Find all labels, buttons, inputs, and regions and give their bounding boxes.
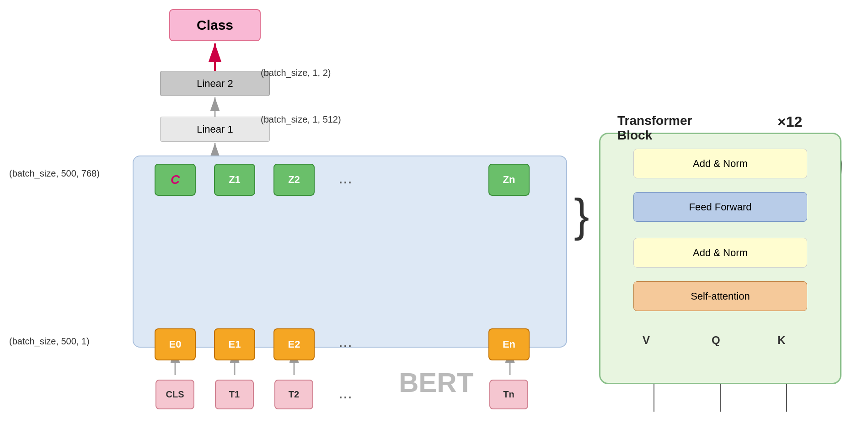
token-cls-box: CLS [155, 380, 194, 409]
q-label: Q [712, 334, 720, 347]
tn-label: Tn [503, 389, 514, 400]
output-c-box: C [155, 164, 196, 196]
e0-label: E0 [169, 338, 182, 350]
dim-token: (batch_size, 500, 1) [9, 336, 90, 347]
times-label: ×12 [777, 113, 802, 130]
t2-label: T2 [289, 389, 299, 400]
linear1-label: Linear 1 [197, 123, 233, 135]
output-z2-box: Z2 [273, 164, 315, 196]
tf-self-attention-label: Self-attention [691, 290, 750, 302]
embed-e1-box: E1 [214, 328, 255, 360]
tf-add-norm-bottom: Add & Norm [633, 238, 807, 268]
z1-label: Z1 [229, 174, 241, 186]
linear2-label: Linear 2 [197, 78, 233, 90]
tf-feed-forward: Feed Forward [633, 192, 807, 222]
embed-dots: ... [338, 332, 352, 351]
token-t2-box: T2 [274, 380, 313, 409]
output-dots: ... [338, 168, 352, 188]
z2-label: Z2 [288, 174, 300, 186]
tf-add-norm-top: Add & Norm [633, 149, 807, 178]
linear1-box: Linear 1 [160, 117, 270, 142]
dim-embed: (batch_size, 500, 768) [9, 168, 100, 179]
cls-label: CLS [166, 389, 184, 400]
embed-e0-box: E0 [155, 328, 196, 360]
tf-add-norm-top-label: Add & Norm [693, 158, 748, 170]
e2-label: E2 [288, 338, 300, 350]
dim-top: (batch_size, 1, 2) [261, 68, 331, 78]
output-zn-box: Zn [488, 164, 530, 196]
dim-middle: (batch_size, 1, 512) [261, 114, 341, 125]
c-label: C [171, 172, 180, 187]
token-tn-box: Tn [489, 380, 528, 409]
tf-self-attention: Self-attention [633, 281, 807, 311]
k-label: K [777, 334, 785, 347]
t1-label: T1 [229, 389, 240, 400]
embed-e2-box: E2 [273, 328, 315, 360]
e1-label: E1 [229, 338, 241, 350]
zn-label: Zn [503, 174, 515, 186]
v-label: V [643, 334, 650, 347]
class-box: Class [169, 9, 261, 41]
token-dots: ... [338, 383, 352, 402]
tf-add-norm-bottom-label: Add & Norm [693, 247, 748, 259]
brace: } [574, 192, 589, 238]
diagram-container: Class Linear 2 Linear 1 (batch_size, 1, … [0, 0, 868, 440]
linear2-box: Linear 2 [160, 71, 270, 96]
embed-en-box: En [488, 328, 530, 360]
class-label: Class [197, 17, 233, 33]
tf-feed-forward-label: Feed Forward [689, 201, 752, 213]
bert-label: BERT [399, 367, 473, 398]
transformer-title-label: TransformerBlock [617, 113, 692, 142]
en-label: En [503, 338, 515, 350]
output-z1-box: Z1 [214, 164, 255, 196]
transformer-title: TransformerBlock [617, 113, 692, 143]
token-t1-box: T1 [215, 380, 254, 409]
